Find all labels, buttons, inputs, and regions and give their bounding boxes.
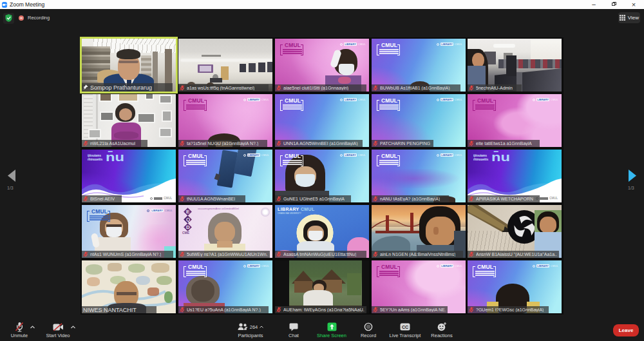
svg-text:CC: CC xyxy=(402,325,408,329)
